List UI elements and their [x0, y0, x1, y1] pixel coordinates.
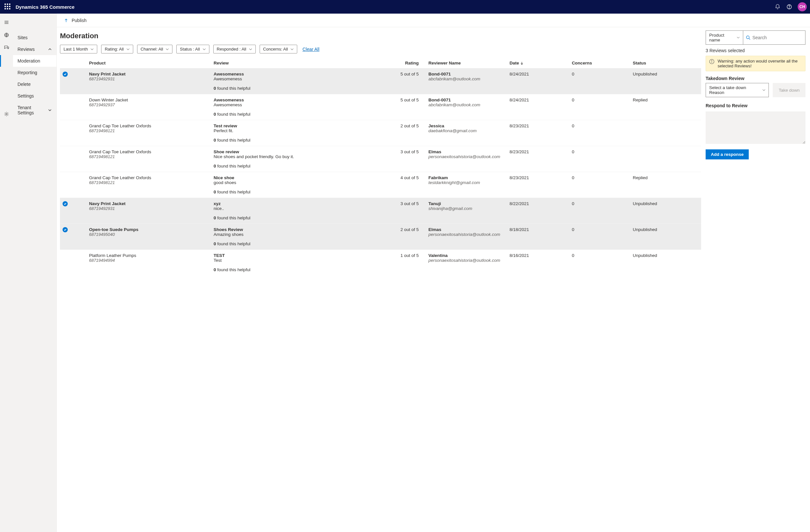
col-review[interactable]: Review: [211, 58, 359, 68]
notifications-icon[interactable]: [772, 1, 783, 13]
nav-delete[interactable]: Delete: [13, 79, 56, 90]
table-row[interactable]: Grand Cap Toe Leather Oxfords68719498121…: [60, 172, 701, 198]
review-date: 8/23/2021: [507, 120, 569, 146]
reviews-icon: [3, 45, 10, 51]
nav-reviews[interactable]: Reviews: [13, 44, 56, 55]
takedown-button[interactable]: Take down: [773, 83, 806, 97]
helpful-count: 0 found this helpful: [214, 138, 356, 143]
table-row[interactable]: Platform Leather Pumps68719494994TESTTes…: [60, 250, 701, 276]
right-pane: Product name 3 Reviews selected Warning:…: [701, 27, 810, 532]
concerns-count: 0: [569, 68, 630, 94]
concerns-count: 0: [569, 250, 630, 276]
chevron-down-icon: [762, 88, 765, 92]
avatar[interactable]: CH: [798, 2, 807, 11]
product-sku: 68719494994: [89, 258, 208, 263]
table-row[interactable]: Grand Cap Toe Leather Oxfords68719498121…: [60, 120, 701, 146]
filter-status[interactable]: Status : All: [176, 45, 209, 53]
svg-point-6: [6, 113, 7, 115]
publish-button[interactable]: Publish: [71, 18, 86, 23]
search-box[interactable]: [743, 31, 806, 45]
search-filter-select[interactable]: Product name: [706, 31, 743, 45]
col-date[interactable]: Date: [507, 58, 569, 68]
left-nav: Sites Reviews Moderation Reporting Delet…: [0, 14, 57, 532]
review-body: Perfect fit.: [214, 128, 356, 133]
chevron-up-icon: [48, 47, 52, 51]
concerns-count: 0: [569, 146, 630, 172]
reviewer-email: shivanijha@gmail.com: [428, 206, 504, 211]
reviewer-email: abcfabrikam@outlook.com: [428, 77, 504, 81]
help-icon[interactable]: [783, 1, 795, 13]
reviewer-name: Bond-0071: [428, 72, 504, 77]
nav-reporting[interactable]: Reporting: [13, 67, 56, 79]
chevron-down-icon: [48, 108, 52, 112]
review-date: 8/24/2021: [507, 68, 569, 94]
arrow-up-icon: [64, 18, 68, 23]
reviewer-name: Jessica: [428, 123, 504, 128]
response-textarea[interactable]: [706, 112, 806, 144]
filter-concerns[interactable]: Concerns: All: [260, 45, 297, 53]
product-sku: 68719492931: [89, 206, 208, 211]
row-checkbox[interactable]: [63, 201, 68, 206]
table-row[interactable]: Open-toe Suede Pumps68719495040Shoes Rev…: [60, 224, 701, 250]
takedown-reason-select[interactable]: Select a take down Reason: [706, 83, 769, 97]
nav-tenant-settings[interactable]: Tenant Settings: [13, 102, 56, 119]
col-reviewer[interactable]: Reviewer Name: [421, 58, 507, 68]
reviewer-email: daebakfiona@gmail.com: [428, 128, 504, 133]
product-sku: 68719498121: [89, 180, 208, 185]
col-rating[interactable]: Rating: [359, 58, 421, 68]
review-body: Awesomeness: [214, 77, 356, 81]
table-row[interactable]: Navy Print Jacket68719492931xyznice..0 f…: [60, 198, 701, 224]
nav-moderation[interactable]: Moderation: [13, 55, 56, 67]
review-title: Awesomeness: [214, 72, 356, 77]
svg-point-1: [789, 8, 789, 8]
nav-sites[interactable]: Sites: [13, 32, 56, 44]
filter-date[interactable]: Last 1 Month: [60, 45, 97, 53]
helpful-count: 0 found this helpful: [214, 242, 356, 246]
product-sku: 68719495040: [89, 232, 208, 237]
concerns-count: 0: [569, 198, 630, 224]
nav-tenant-settings-label: Tenant Settings: [17, 105, 48, 115]
review-title: xyz: [214, 201, 356, 206]
helpful-count: 0 found this helpful: [214, 267, 356, 272]
svg-line-8: [749, 38, 750, 40]
selected-count: 3 Reviews selected: [706, 48, 806, 53]
product-name: Navy Print Jacket: [89, 201, 208, 206]
table-row[interactable]: Down Winter Jacket68719492937Awesomeness…: [60, 94, 701, 120]
filter-rating[interactable]: Rating: All: [101, 45, 133, 53]
table-row[interactable]: Grand Cap Toe Leather Oxfords68719498121…: [60, 146, 701, 172]
search-input[interactable]: [752, 35, 803, 40]
table-row[interactable]: Navy Print Jacket68719492931AwesomenessA…: [60, 68, 701, 94]
reviewer-email: personaexitosahistoria@outlook.com: [428, 258, 504, 263]
col-concerns[interactable]: Concerns: [569, 58, 630, 68]
col-status[interactable]: Status: [630, 58, 701, 68]
respond-title: Respond to Review: [706, 103, 806, 108]
helpful-count: 0 found this helpful: [214, 189, 356, 194]
hamburger-icon[interactable]: [3, 19, 10, 26]
svg-point-11: [711, 60, 712, 61]
app-launcher-icon[interactable]: [4, 3, 11, 10]
product-name: Grand Cap Toe Leather Oxfords: [89, 175, 208, 180]
helpful-count: 0 found this helpful: [214, 86, 356, 91]
concerns-count: 0: [569, 172, 630, 198]
globe-icon: [3, 32, 10, 39]
clear-all-link[interactable]: Clear All: [303, 47, 319, 52]
product-name: Navy Print Jacket: [89, 72, 208, 77]
topbar: Dynamics 365 Commerce CH: [0, 0, 810, 14]
review-title: Nice shoe: [214, 175, 356, 180]
add-response-button[interactable]: Add a response: [706, 149, 749, 160]
row-checkbox[interactable]: [63, 72, 68, 77]
status-value: Unpublished: [630, 224, 701, 250]
status-value: Unpublished: [630, 68, 701, 94]
col-product[interactable]: Product: [86, 58, 211, 68]
info-icon: [709, 59, 714, 64]
filter-channel[interactable]: Channel: All: [137, 45, 173, 53]
filter-responded[interactable]: Responded : All: [213, 45, 256, 53]
nav-settings[interactable]: Settings: [13, 90, 56, 102]
helpful-count: 0 found this helpful: [214, 215, 356, 220]
svg-point-7: [746, 36, 749, 39]
reviewer-email: personaexitosahistoria@outlook.com: [428, 154, 504, 159]
status-value: [630, 120, 701, 146]
review-title: Test review: [214, 123, 356, 128]
row-checkbox[interactable]: [63, 227, 68, 232]
review-title: Shoe review: [214, 149, 356, 154]
